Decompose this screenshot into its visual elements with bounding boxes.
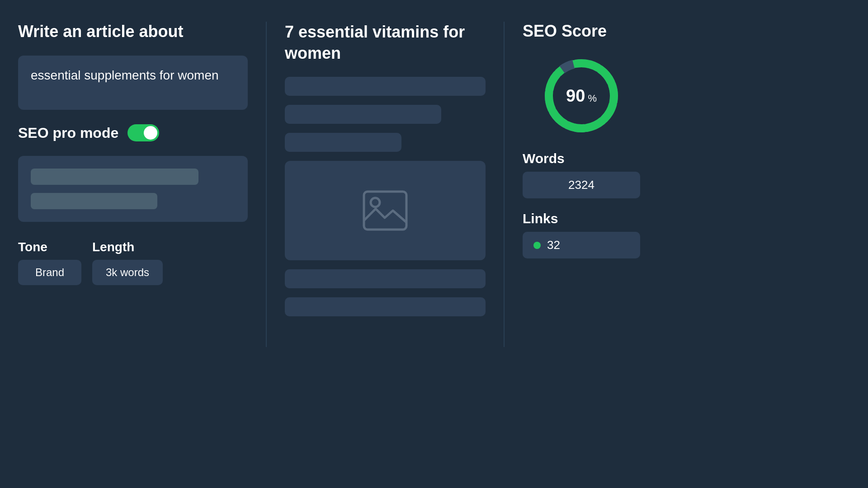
write-about-label: Write an article about <box>18 22 248 41</box>
links-label: Links <box>523 211 640 226</box>
content-bar-3 <box>285 133 401 152</box>
topic-input[interactable]: essential supplements for women <box>18 56 248 110</box>
words-section: Words 2324 <box>523 151 640 198</box>
content-bar-5 <box>285 297 486 316</box>
toggle-knob <box>144 126 157 140</box>
main-container: Write an article about essential supplem… <box>0 0 658 369</box>
seo-option-bar-2 <box>31 193 157 209</box>
seo-score-title: SEO Score <box>523 22 640 41</box>
image-placeholder <box>285 161 486 260</box>
left-panel: Write an article about essential supplem… <box>18 22 267 347</box>
seo-options-box <box>18 156 248 222</box>
seo-option-bar-1 <box>31 169 198 185</box>
percent-sign: % <box>585 93 597 104</box>
donut-container: 90 % <box>523 55 640 136</box>
length-label: Length <box>92 240 163 254</box>
donut-percent-value: 90 % <box>566 86 597 105</box>
right-panel: SEO Score 90 % <box>505 22 640 347</box>
words-label: Words <box>523 151 640 166</box>
donut-wrapper: 90 % <box>541 55 622 136</box>
tone-length-row: Tone Brand Length 3k words <box>18 240 248 285</box>
svg-point-1 <box>371 198 380 207</box>
links-value: 32 <box>547 238 560 252</box>
content-bar-2 <box>285 105 441 124</box>
content-bar-1 <box>285 77 486 96</box>
tone-section: Tone Brand <box>18 240 81 285</box>
links-section: Links 32 <box>523 211 640 258</box>
content-bar-4 <box>285 269 486 288</box>
image-icon <box>360 188 410 233</box>
seo-mode-toggle[interactable] <box>127 124 159 141</box>
seo-mode-label: SEO pro mode <box>18 125 118 141</box>
svg-rect-0 <box>364 192 406 230</box>
seo-mode-row: SEO pro mode <box>18 124 248 141</box>
tone-label: Tone <box>18 240 81 254</box>
tone-button[interactable]: Brand <box>18 260 81 285</box>
length-button[interactable]: 3k words <box>92 260 163 285</box>
length-section: Length 3k words <box>92 240 163 285</box>
links-value-box: 32 <box>523 232 640 258</box>
links-green-dot <box>533 242 541 249</box>
words-value: 2324 <box>523 172 640 198</box>
donut-center: 90 % <box>566 86 597 106</box>
article-title: 7 essential vitamins for women <box>285 22 486 64</box>
middle-panel: 7 essential vitamins for women <box>267 22 505 347</box>
score-number: 90 <box>566 86 585 105</box>
